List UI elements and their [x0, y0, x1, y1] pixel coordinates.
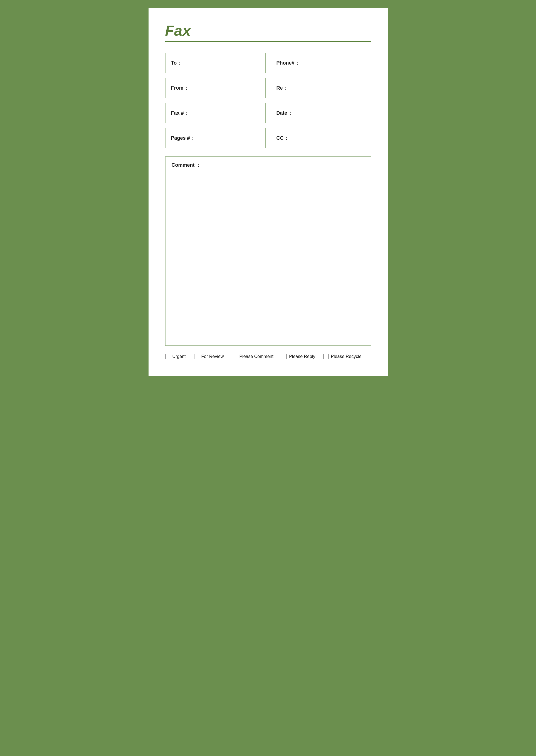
checkbox-please-reply[interactable]: Please Reply: [282, 354, 315, 359]
for-review-checkbox[interactable]: [194, 354, 199, 359]
checkboxes-row: Urgent For Review Please Comment Please …: [165, 354, 371, 359]
date-label: Date: [277, 110, 287, 116]
please-reply-checkbox[interactable]: [282, 354, 287, 359]
to-field: To :: [165, 53, 266, 73]
to-label: To: [171, 60, 177, 66]
from-colon: :: [186, 85, 187, 91]
re-colon: :: [285, 85, 287, 91]
date-field: Date :: [271, 103, 371, 123]
checkbox-for-review[interactable]: For Review: [194, 354, 224, 359]
fax-page: Fax To : Phone# : From : Re : Fax # : Da…: [149, 8, 388, 376]
comment-label: Comment: [172, 162, 195, 168]
fields-grid: To : Phone# : From : Re : Fax # : Date :…: [165, 53, 371, 148]
urgent-label: Urgent: [173, 354, 186, 359]
phone-colon: :: [297, 60, 298, 66]
from-field: From :: [165, 78, 266, 98]
pages-field: Pages # :: [165, 128, 266, 148]
from-label: From: [171, 85, 184, 91]
re-field: Re :: [271, 78, 371, 98]
pages-colon: :: [192, 135, 194, 141]
page-title: Fax: [165, 22, 371, 39]
for-review-label: For Review: [201, 354, 224, 359]
cc-label: CC: [277, 135, 284, 141]
urgent-checkbox[interactable]: [165, 354, 170, 359]
re-label: Re: [277, 85, 283, 91]
pages-label: Pages #: [171, 135, 190, 141]
cc-field: CC :: [271, 128, 371, 148]
to-colon: :: [179, 60, 181, 66]
comment-colon: :: [197, 162, 199, 168]
please-comment-label: Please Comment: [239, 354, 273, 359]
checkbox-please-comment[interactable]: Please Comment: [232, 354, 273, 359]
date-colon: :: [289, 110, 291, 116]
please-reply-label: Please Reply: [289, 354, 315, 359]
please-comment-checkbox[interactable]: [232, 354, 237, 359]
fax-label: Fax #: [171, 110, 184, 116]
checkbox-urgent[interactable]: Urgent: [165, 354, 186, 359]
phone-field: Phone# :: [271, 53, 371, 73]
please-recycle-checkbox[interactable]: [323, 354, 328, 359]
fax-field: Fax # :: [165, 103, 266, 123]
cc-colon: :: [286, 135, 287, 141]
please-recycle-label: Please Recycle: [331, 354, 361, 359]
title-divider: [165, 41, 371, 42]
checkbox-please-recycle[interactable]: Please Recycle: [323, 354, 361, 359]
fax-colon: :: [186, 110, 188, 116]
comment-box: Comment :: [165, 157, 371, 346]
phone-label: Phone#: [277, 60, 294, 66]
